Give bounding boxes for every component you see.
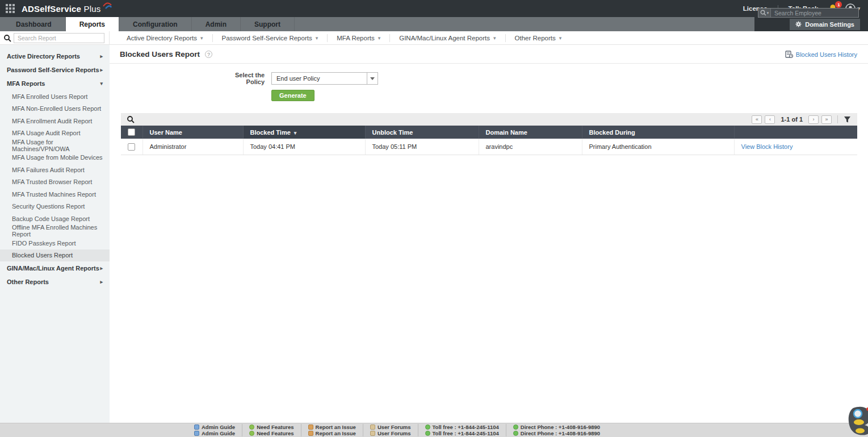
pagination-info: 1-1 of 1: [781, 116, 803, 123]
phone-icon: [425, 424, 430, 430]
arrow-right-icon: ▸: [100, 53, 103, 59]
sidebar-item-blocked-users-report[interactable]: Blocked Users Report: [0, 249, 110, 262]
sidebar-item[interactable]: MFA Usage for Machines/VPN/OWA: [0, 139, 110, 152]
column-actions: [734, 126, 857, 139]
tab-admin[interactable]: Admin: [192, 17, 241, 31]
menu-mfa-reports[interactable]: MFA Reports▾: [328, 34, 390, 42]
phone-icon: [513, 431, 518, 436]
arrow-right-icon: ▸: [100, 279, 103, 285]
search-icon[interactable]: ▾: [758, 9, 771, 17]
row-checkbox[interactable]: [128, 143, 135, 151]
admin-guide-link[interactable]: Admin Guide: [187, 430, 242, 436]
tab-support[interactable]: Support: [241, 17, 295, 31]
user-forums-link[interactable]: User Forums: [363, 430, 418, 436]
pagination-prev-button[interactable]: ‹: [765, 115, 775, 124]
sidebar-item-active-directory-reports[interactable]: Active Directory Reports▸: [0, 49, 110, 63]
tab-dashboard[interactable]: Dashboard: [2, 17, 66, 31]
column-user-name[interactable]: User Name: [142, 126, 243, 139]
sidebar-item[interactable]: MFA Enrollment Audit Report: [0, 115, 110, 127]
policy-label: Select the Policy: [217, 72, 265, 85]
menu-other-reports[interactable]: Other Reports▾: [506, 34, 571, 42]
report-category-menu: Active Directory Reports▾ Password Self-…: [110, 31, 868, 44]
direct-phone-number: Direct Phone : +1-408-916-9890: [506, 430, 607, 436]
pagination-next-button[interactable]: ›: [808, 115, 819, 124]
table-toolbar: « ‹ 1-1 of 1 › »: [121, 113, 857, 126]
policy-select[interactable]: End user Policy: [271, 72, 378, 85]
footer-links-row: Admin Guide Need Features Report an Issu…: [187, 424, 868, 430]
search-employee-box: ▾: [758, 8, 859, 18]
search-employee-input[interactable]: [771, 10, 858, 16]
domain-settings-button[interactable]: Domain Settings: [790, 19, 860, 30]
app-footer: Admin Guide Need Features Report an Issu…: [0, 423, 868, 437]
pagination: « ‹ 1-1 of 1 › »: [752, 115, 853, 124]
tab-bar: Dashboard Reports Configuration Admin Su…: [0, 17, 868, 31]
view-block-history-link[interactable]: View Block History: [741, 143, 793, 150]
blocked-users-history-link[interactable]: Blocked Users History: [785, 51, 857, 58]
arrow-right-icon: ▸: [100, 265, 103, 271]
sidebar-item[interactable]: MFA Failures Audit Report: [0, 164, 110, 176]
select-all-checkbox[interactable]: [128, 128, 135, 136]
tab-reports[interactable]: Reports: [66, 17, 119, 31]
column-unblock-time[interactable]: Unblock Time: [365, 126, 479, 139]
sidebar-item[interactable]: MFA Non-Enrolled Users Report: [0, 103, 110, 115]
divider: [837, 115, 838, 123]
report-an-issue-link[interactable]: Report an Issue: [301, 430, 363, 436]
book-icon: [194, 424, 199, 430]
chevron-down-icon: ▾: [559, 35, 562, 41]
sidebar-item-gina-mac-linux-agent-reports[interactable]: GINA/Mac/Linux Agent Reports▸: [0, 261, 110, 275]
pencil-icon: [308, 424, 313, 430]
report-table-area: « ‹ 1-1 of 1 › » User Name: [121, 113, 857, 155]
sidebar-item[interactable]: MFA Usage Audit Report: [0, 127, 110, 140]
bulb-icon: [249, 431, 254, 436]
sidebar-search: [0, 31, 110, 44]
page-body: Active Directory Reports▸ Password Self-…: [0, 45, 868, 423]
help-icon[interactable]: ?: [205, 51, 212, 58]
title-row: Blocked Users Report ? Blocked Users His…: [110, 45, 868, 64]
column-domain-name[interactable]: Domain Name: [479, 126, 582, 139]
menu-active-directory-reports[interactable]: Active Directory Reports▾: [118, 34, 213, 42]
user-forums-link[interactable]: User Forums: [363, 424, 418, 430]
sidebar-item-mfa-reports[interactable]: MFA Reports▾: [0, 77, 110, 90]
table-header-row: User Name Blocked Time▾ Unblock Time Dom…: [121, 126, 857, 139]
column-blocked-during[interactable]: Blocked During: [582, 126, 734, 139]
history-report-icon: [785, 51, 793, 58]
search-report-input[interactable]: [14, 33, 104, 43]
sidebar-item[interactable]: MFA Trusted Machines Report: [0, 188, 110, 201]
pagination-last-button[interactable]: »: [821, 115, 832, 124]
sidebar-item[interactable]: MFA Usage from Mobile Devices: [0, 152, 110, 164]
phone-icon: [513, 424, 518, 430]
chevron-down-icon: [367, 73, 378, 84]
generate-button[interactable]: Generate: [271, 90, 315, 101]
sort-desc-icon: ▾: [294, 130, 297, 136]
filter-icon[interactable]: [844, 116, 851, 123]
chat-assistant-icon[interactable]: [845, 405, 868, 437]
sidebar-item[interactable]: FIDO Passkeys Report: [0, 237, 110, 249]
chevron-down-icon: ▾: [200, 35, 203, 41]
menu-password-self-service-reports[interactable]: Password Self-Service Reports▾: [213, 34, 328, 42]
direct-phone-number: Direct Phone : +1-408-916-9890: [506, 424, 607, 430]
need-features-link[interactable]: Need Features: [242, 424, 301, 430]
need-features-link[interactable]: Need Features: [242, 430, 301, 436]
sidebar-item[interactable]: Offline MFA Enrolled Machines Report: [0, 225, 110, 238]
report-an-issue-link[interactable]: Report an Issue: [301, 424, 363, 430]
forum-icon: [370, 424, 375, 430]
toll-free-number: Toll free : +1-844-245-1104: [418, 424, 506, 430]
cell-blocked-during: Primary Authentication: [582, 139, 734, 155]
sidebar-item-password-self-service-reports[interactable]: Password Self-Service Reports▸: [0, 63, 110, 77]
pagination-first-button[interactable]: «: [752, 115, 762, 124]
sidebar-item[interactable]: Backup Code Usage Report: [0, 213, 110, 225]
admin-guide-link[interactable]: Admin Guide: [187, 424, 242, 430]
bulb-icon: [249, 424, 254, 430]
table-search-icon[interactable]: [127, 115, 135, 123]
tab-configuration[interactable]: Configuration: [119, 17, 192, 31]
apps-grid-icon[interactable]: [6, 4, 15, 13]
logo-swoosh-icon: [102, 2, 112, 11]
sidebar-item[interactable]: MFA Trusted Browser Report: [0, 176, 110, 189]
sidebar-item-other-reports[interactable]: Other Reports▸: [0, 275, 110, 289]
secondary-nav: Active Directory Reports▾ Password Self-…: [0, 31, 868, 45]
column-blocked-time[interactable]: Blocked Time▾: [243, 126, 365, 139]
menu-gina-mac-linux-agent-reports[interactable]: GINA/Mac/Linux Agent Reports▾: [390, 34, 505, 42]
sidebar-item[interactable]: MFA Enrolled Users Report: [0, 90, 110, 103]
page-title: Blocked Users Report: [120, 50, 200, 59]
sidebar-item[interactable]: Security Questions Report: [0, 201, 110, 213]
